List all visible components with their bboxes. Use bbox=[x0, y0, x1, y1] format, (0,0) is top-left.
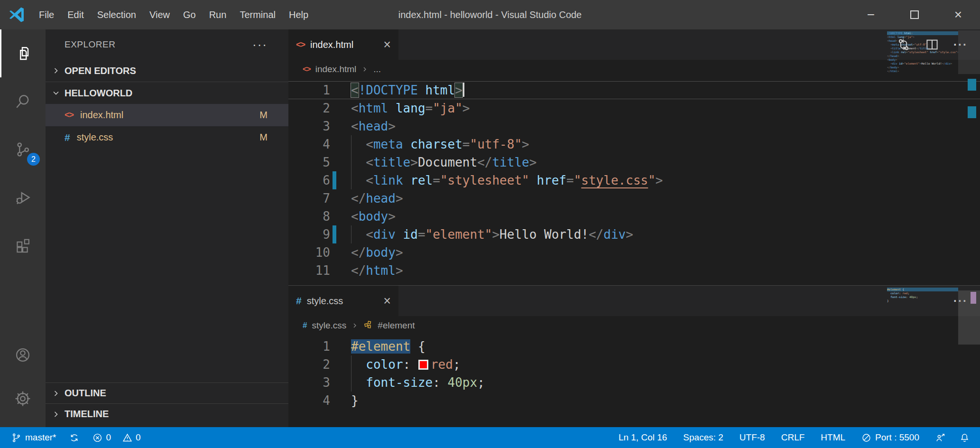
code-line[interactable]: 2 color: red; bbox=[288, 355, 980, 373]
maximize-button[interactable] bbox=[893, 0, 936, 29]
breadcrumb-symbol[interactable]: #element bbox=[378, 320, 415, 331]
activity-extensions[interactable] bbox=[0, 221, 46, 269]
tab-style-css[interactable]: # style.css × bbox=[288, 286, 398, 316]
code-line[interactable]: 4 <meta charset="utf-8"> bbox=[288, 135, 980, 153]
code-line[interactable]: 9 <div id="element">Hello World!</div> bbox=[288, 225, 980, 243]
gutter bbox=[333, 392, 336, 410]
menu-selection[interactable]: Selection bbox=[91, 0, 143, 29]
activity-source-control[interactable]: 2 bbox=[0, 125, 46, 173]
code-token: </ bbox=[351, 245, 366, 260]
minimize-button[interactable]: − bbox=[849, 0, 893, 29]
code-line[interactable]: 11</html> bbox=[288, 261, 980, 280]
gutter bbox=[333, 207, 336, 225]
code-token: rel bbox=[410, 173, 433, 187]
section-outline[interactable]: OUTLINE bbox=[46, 383, 288, 403]
activity-explorer[interactable] bbox=[0, 29, 46, 77]
code-token: < bbox=[351, 119, 359, 133]
code-content: </body> bbox=[351, 243, 403, 261]
code-line[interactable]: 5 <title>Document</title> bbox=[288, 153, 980, 171]
code-line[interactable]: 10</body> bbox=[288, 243, 980, 261]
section-label: TIMELINE bbox=[65, 409, 109, 420]
gutter bbox=[333, 99, 336, 117]
scrollbar-slider[interactable] bbox=[958, 30, 980, 74]
menu-go[interactable]: Go bbox=[176, 0, 203, 29]
code-token: "utf-8" bbox=[470, 137, 522, 151]
status-bar-right: Ln 1, Col 16 Spaces: 2 UTF-8 CRLF HTML P… bbox=[602, 432, 970, 443]
editor-area: <> index.html × ··· <> bbox=[288, 29, 980, 427]
code-token: < bbox=[351, 83, 359, 97]
feedback-button[interactable] bbox=[935, 433, 945, 443]
code-token: > bbox=[626, 227, 633, 242]
code-line[interactable]: 6 <link rel="stylesheet" href="style.css… bbox=[288, 171, 980, 189]
code-token: </ bbox=[351, 191, 366, 205]
code-line[interactable]: 8<body> bbox=[288, 207, 980, 225]
git-branch-item[interactable]: master* bbox=[11, 432, 56, 443]
code-line[interactable]: 2<html lang="ja"> bbox=[288, 99, 980, 117]
breadcrumb-file[interactable]: style.css bbox=[312, 320, 346, 331]
code-token: ; bbox=[477, 375, 485, 390]
problems-item[interactable]: 0 0 bbox=[92, 432, 140, 443]
close-button[interactable]: × bbox=[936, 0, 980, 29]
code-line[interactable]: 4} bbox=[288, 392, 980, 410]
menu-run[interactable]: Run bbox=[203, 0, 233, 29]
breadcrumb: <> index.html ... bbox=[288, 60, 980, 79]
code-line[interactable]: 3<head> bbox=[288, 117, 980, 135]
line-number: 6 bbox=[288, 171, 330, 189]
sidebar-more-actions[interactable]: ··· bbox=[252, 42, 268, 47]
status-bar: master* 0 0 Ln 1, Col 16 Spaces: 2 UTF-8… bbox=[0, 427, 980, 448]
gutter bbox=[333, 135, 336, 153]
code-line[interactable]: 3 font-size: 40px; bbox=[288, 373, 980, 392]
section-open-editors[interactable]: OPEN EDITORS bbox=[46, 60, 288, 82]
sync-button[interactable] bbox=[69, 433, 79, 443]
eol-sequence[interactable]: CRLF bbox=[781, 432, 805, 443]
gutter bbox=[333, 243, 336, 261]
code-token: } bbox=[351, 393, 359, 408]
code-content: <body> bbox=[351, 207, 396, 225]
line-number: 7 bbox=[288, 189, 330, 207]
code-token: " bbox=[648, 173, 656, 187]
close-icon[interactable]: × bbox=[383, 38, 391, 51]
breadcrumb-tail[interactable]: ... bbox=[373, 64, 381, 75]
code-token: > bbox=[656, 173, 663, 187]
live-server-port[interactable]: Port : 5500 bbox=[861, 432, 919, 443]
scrollbar-slider[interactable] bbox=[958, 290, 980, 345]
code-editor-css[interactable]: 1#element {2 color: red;3 font-size: 40p… bbox=[288, 335, 980, 410]
code-token: : bbox=[433, 375, 440, 390]
breadcrumb-file[interactable]: index.html bbox=[315, 64, 357, 75]
minimap[interactable]: <!DOCTYPE html><html lang="ja"><head> <m… bbox=[887, 31, 958, 73]
code-token bbox=[351, 227, 366, 242]
menu-view[interactable]: View bbox=[143, 0, 176, 29]
tab-index-html[interactable]: <> index.html × bbox=[288, 29, 398, 60]
color-swatch-red[interactable] bbox=[418, 360, 428, 370]
menu-file[interactable]: File bbox=[32, 0, 61, 29]
code-token: "ja" bbox=[433, 101, 462, 115]
code-editor-html[interactable]: 1<!DOCTYPE html>2<html lang="ja">3<head>… bbox=[288, 79, 980, 280]
activity-search[interactable] bbox=[0, 77, 46, 125]
indentation[interactable]: Spaces: 2 bbox=[683, 432, 723, 443]
code-token bbox=[403, 173, 411, 187]
activity-accounts[interactable] bbox=[0, 333, 46, 377]
cursor-position[interactable]: Ln 1, Col 16 bbox=[619, 432, 667, 443]
file-item-index-html[interactable]: <>index.htmlM bbox=[46, 104, 288, 126]
section-folder-helloworld[interactable]: HELLOWORLD bbox=[46, 82, 288, 104]
file-list: <>index.htmlM#style.cssM bbox=[46, 104, 288, 149]
code-token bbox=[351, 173, 366, 187]
activity-run-debug[interactable] bbox=[0, 173, 46, 221]
tab-bar: <> index.html × ··· bbox=[288, 29, 980, 60]
chevron-right-icon bbox=[51, 410, 61, 419]
language-mode[interactable]: HTML bbox=[821, 432, 845, 443]
code-token bbox=[403, 137, 411, 151]
section-timeline[interactable]: TIMELINE bbox=[46, 403, 288, 424]
encoding[interactable]: UTF-8 bbox=[740, 432, 765, 443]
close-icon[interactable]: × bbox=[383, 295, 391, 308]
menu-edit[interactable]: Edit bbox=[61, 0, 90, 29]
code-line[interactable]: 1<!DOCTYPE html> bbox=[288, 81, 980, 99]
file-item-style-css[interactable]: #style.cssM bbox=[46, 126, 288, 149]
menu-terminal[interactable]: Terminal bbox=[233, 0, 282, 29]
code-line[interactable]: 1#element { bbox=[288, 337, 980, 355]
code-line[interactable]: 7</head> bbox=[288, 189, 980, 207]
menu-help[interactable]: Help bbox=[282, 0, 315, 29]
minimap[interactable]: #element { color: red; font-size: 40px;} bbox=[887, 288, 958, 303]
activity-settings[interactable] bbox=[0, 377, 46, 420]
notifications-button[interactable] bbox=[960, 433, 970, 443]
